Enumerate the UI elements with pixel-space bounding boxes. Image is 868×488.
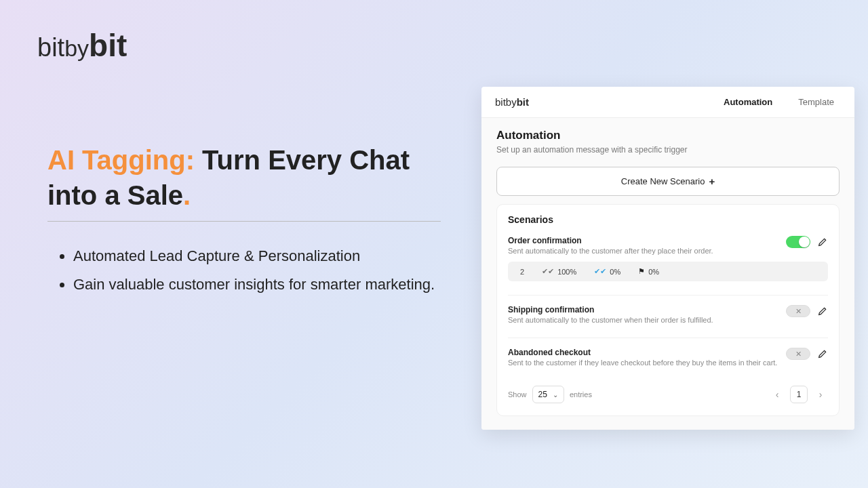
edit-icon[interactable] [817, 348, 828, 359]
section-subtitle: Set up an automation message with a spec… [496, 145, 840, 155]
bullet-item: Gain valuable customer insights for smar… [73, 270, 441, 299]
create-scenario-button[interactable]: Create New Scenario + [496, 167, 840, 196]
stat-count: 2 [520, 268, 524, 276]
page-number[interactable]: 1 [790, 386, 808, 403]
flag-icon: ⚑ [638, 267, 645, 276]
stat-opened: ✔✔0% [594, 267, 620, 276]
next-page-button[interactable]: › [813, 387, 828, 402]
scenario-item: Shipping confirmation Sent automatically… [508, 295, 828, 331]
app-screenshot-panel: bitbybit Automation Template Automation … [481, 87, 854, 430]
scenarios-heading: Scenarios [508, 214, 828, 225]
feature-bullets: Automated Lead Capture & Personalization… [47, 242, 441, 299]
prev-page-button[interactable]: ‹ [770, 387, 785, 402]
page-size-select[interactable]: 25 ⌄ [532, 386, 564, 403]
app-header: bitbybit Automation Template [481, 87, 854, 118]
stat-flag: ⚑0% [638, 267, 659, 276]
pagination: Show 25 ⌄ entries ‹ 1 › [508, 386, 828, 403]
brand-logo: bitbybit [37, 27, 127, 64]
scenario-name: Shipping confirmation [508, 305, 779, 314]
enable-toggle[interactable] [786, 236, 810, 248]
app-tabs: Automation Template [724, 97, 834, 107]
scenario-name: Order confirmation [508, 236, 779, 245]
close-icon: ✕ [795, 307, 802, 316]
edit-icon[interactable] [817, 306, 828, 317]
scenario-description: Sent to the customer if they leave check… [508, 359, 779, 367]
scenarios-card: Scenarios Order confirmation Sent automa… [496, 204, 840, 416]
scenario-item: Abandoned checkout Sent to the customer … [508, 338, 828, 373]
enable-toggle[interactable]: ✕ [786, 348, 810, 360]
entries-label: entries [570, 390, 592, 399]
headline: AI Tagging: Turn Every Chat into a Sale. [47, 142, 441, 222]
scenario-name: Abandoned checkout [508, 348, 779, 357]
app-body: Automation Set up an automation message … [481, 118, 854, 430]
tab-template[interactable]: Template [798, 97, 834, 107]
edit-icon[interactable] [817, 237, 828, 247]
tab-automation[interactable]: Automation [724, 97, 772, 107]
scenario-description: Sent automatically to the customer when … [508, 316, 779, 324]
plus-icon: + [709, 176, 715, 187]
check-all-icon: ✔✔ [542, 267, 554, 276]
enable-toggle[interactable]: ✕ [786, 305, 810, 317]
app-logo: bitbybit [495, 96, 724, 108]
marketing-copy: AI Tagging: Turn Every Chat into a Sale.… [47, 142, 441, 299]
check-read-icon: ✔✔ [594, 267, 606, 276]
close-icon: ✕ [795, 350, 802, 359]
show-label: Show [508, 390, 527, 399]
scenario-description: Sent automatically to the customer after… [508, 247, 779, 255]
bullet-item: Automated Lead Capture & Personalization [73, 242, 441, 270]
scenario-item: Order confirmation Sent automatically to… [508, 230, 828, 288]
scenario-stats: 2 ✔✔100% ✔✔0% ⚑0% [508, 262, 828, 281]
stat-delivered: ✔✔100% [542, 267, 576, 276]
chevron-down-icon: ⌄ [553, 391, 558, 399]
section-title: Automation [496, 129, 840, 142]
